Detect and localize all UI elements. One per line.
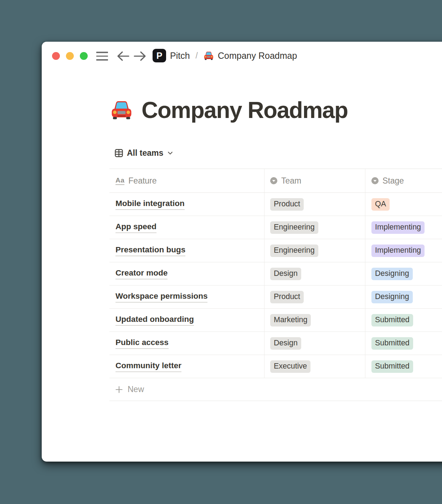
desktop-background: P Pitch / Company Roadmap Company Roadma…	[0, 0, 442, 504]
column-header-team[interactable]: Team	[264, 169, 365, 192]
minimize-button[interactable]	[66, 52, 74, 60]
breadcrumb-app[interactable]: Pitch	[170, 51, 190, 61]
team-tag[interactable]: Design	[270, 337, 301, 350]
feature-cell[interactable]: Community letter	[109, 355, 264, 378]
team-tag[interactable]: Executive	[270, 360, 310, 373]
feature-cell[interactable]: Presentation bugs	[109, 239, 264, 262]
feature-link[interactable]: Workspace permissions	[115, 292, 207, 303]
stage-cell[interactable]: Implementing	[365, 216, 442, 239]
stage-cell[interactable]: Submitted	[365, 355, 442, 378]
feature-link[interactable]: Community letter	[115, 361, 181, 372]
feature-link[interactable]: Public access	[115, 338, 169, 349]
table-row: Updated onboarding Marketing Submitted	[109, 309, 442, 332]
feature-link[interactable]: Updated onboarding	[115, 315, 194, 326]
stage-cell[interactable]: QA	[365, 193, 442, 216]
stage-tag[interactable]: Designing	[371, 291, 413, 303]
chevron-down-icon	[167, 150, 173, 156]
select-type-icon	[371, 177, 379, 184]
team-tag[interactable]: Design	[270, 268, 301, 280]
team-cell[interactable]: Executive	[264, 355, 365, 378]
stage-tag[interactable]: Implementing	[371, 245, 425, 257]
stage-tag[interactable]: Submitted	[371, 314, 413, 326]
table-row: App speed Engineering Implementing	[109, 216, 442, 239]
stage-cell[interactable]: Implementing	[365, 239, 442, 262]
car-emoji-icon	[203, 50, 214, 61]
stage-tag[interactable]: Implementing	[371, 221, 425, 234]
feature-link[interactable]: App speed	[115, 222, 156, 233]
view-selector-label: All teams	[127, 148, 163, 158]
pitch-logo-letter: P	[156, 51, 163, 61]
roadmap-table: Aa Feature Team Stage Mobile integration…	[109, 169, 442, 401]
feature-cell[interactable]: Updated onboarding	[109, 309, 264, 331]
stage-tag[interactable]: QA	[371, 198, 390, 211]
column-header-feature[interactable]: Aa Feature	[109, 169, 264, 192]
team-cell[interactable]: Design	[264, 332, 365, 355]
column-header-stage[interactable]: Stage	[365, 169, 442, 192]
team-tag[interactable]: Product	[270, 198, 304, 211]
pitch-logo[interactable]: P	[153, 49, 166, 62]
page-title-car-emoji-icon	[109, 98, 134, 122]
table-row: Workspace permissions Product Designing	[109, 286, 442, 309]
team-tag[interactable]: Engineering	[270, 221, 318, 234]
text-type-icon: Aa	[115, 177, 124, 185]
team-tag[interactable]: Engineering	[270, 245, 318, 257]
feature-cell[interactable]: App speed	[109, 216, 264, 239]
page-title: Company Roadmap	[142, 97, 348, 123]
team-cell[interactable]: Product	[264, 286, 365, 308]
stage-cell[interactable]: Submitted	[365, 309, 442, 331]
new-row-label: New	[128, 385, 144, 394]
feature-cell[interactable]: Workspace permissions	[109, 286, 264, 308]
table-row: Public access Design Submitted	[109, 332, 442, 355]
feature-cell[interactable]: Creator mode	[109, 262, 264, 285]
feature-link[interactable]: Mobile integration	[115, 199, 185, 210]
team-cell[interactable]: Product	[264, 193, 365, 216]
app-window: P Pitch / Company Roadmap Company Roadma…	[42, 42, 442, 462]
table-row: Creator mode Design Designing	[109, 262, 442, 286]
table-row: Presentation bugs Engineering Implementi…	[109, 239, 442, 262]
table-header-row: Aa Feature Team Stage	[109, 169, 442, 193]
new-row-button[interactable]: New	[109, 378, 442, 401]
page-title-block: Company Roadmap	[109, 97, 348, 123]
titlebar: P Pitch / Company Roadmap	[42, 42, 442, 70]
stage-cell[interactable]: Submitted	[365, 332, 442, 355]
close-button[interactable]	[52, 52, 60, 60]
select-type-icon	[270, 177, 277, 184]
team-cell[interactable]: Marketing	[264, 309, 365, 331]
team-cell[interactable]: Engineering	[264, 216, 365, 239]
zoom-button[interactable]	[80, 52, 88, 60]
breadcrumb-separator: /	[196, 51, 198, 61]
forward-arrow-icon[interactable]	[133, 51, 147, 62]
stage-tag[interactable]: Submitted	[371, 360, 413, 373]
feature-cell[interactable]: Public access	[109, 332, 264, 355]
breadcrumb: P Pitch / Company Roadmap	[153, 49, 297, 62]
stage-tag[interactable]: Designing	[371, 268, 413, 280]
feature-cell[interactable]: Mobile integration	[109, 193, 264, 216]
table-view-icon	[115, 149, 123, 157]
table-row: Community letter Executive Submitted	[109, 355, 442, 378]
feature-link[interactable]: Presentation bugs	[115, 245, 185, 256]
table-body: Mobile integration Product QA App speed …	[109, 193, 442, 378]
table-row: Mobile integration Product QA	[109, 193, 442, 216]
breadcrumb-page[interactable]: Company Roadmap	[218, 51, 297, 61]
view-selector[interactable]: All teams	[109, 148, 173, 158]
column-header-label: Feature	[128, 176, 156, 186]
stage-tag[interactable]: Submitted	[371, 337, 413, 350]
team-cell[interactable]: Design	[264, 262, 365, 285]
plus-icon	[115, 386, 123, 394]
column-header-label: Stage	[382, 176, 404, 186]
feature-link[interactable]: Creator mode	[115, 268, 168, 279]
team-tag[interactable]: Product	[270, 291, 304, 303]
team-cell[interactable]: Engineering	[264, 239, 365, 262]
column-header-label: Team	[281, 176, 301, 186]
stage-cell[interactable]: Designing	[365, 286, 442, 308]
back-arrow-icon[interactable]	[117, 51, 130, 62]
stage-cell[interactable]: Designing	[365, 262, 442, 285]
team-tag[interactable]: Marketing	[270, 314, 311, 326]
view-controls: All teams Properties	[109, 148, 173, 161]
menu-icon[interactable]	[96, 52, 108, 61]
traffic-lights	[52, 52, 88, 60]
